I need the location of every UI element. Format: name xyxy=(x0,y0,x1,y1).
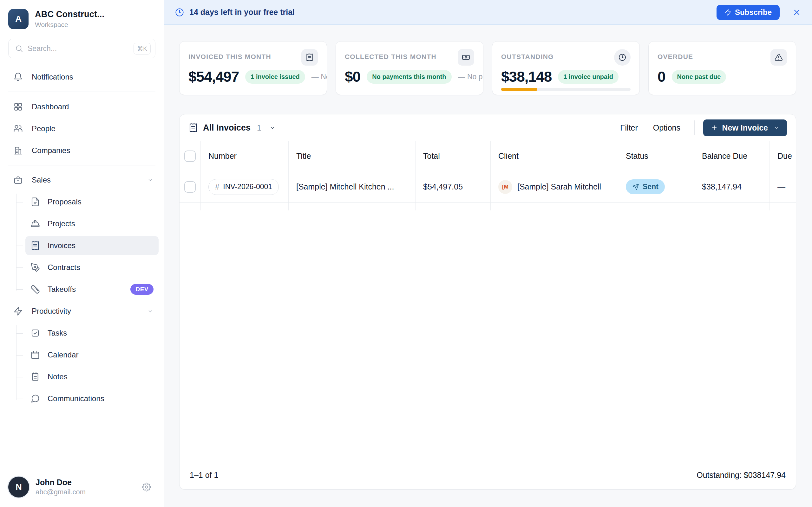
sales-subtree: Proposals Projects Invoices Contracts Ta… xyxy=(16,192,159,299)
pagination-range: 1–1 of 1 xyxy=(190,470,218,480)
sidebar-item-label: Calendar xyxy=(48,350,78,359)
people-icon xyxy=(13,124,23,133)
sidebar-item-projects[interactable]: Projects xyxy=(26,214,159,233)
sidebar-item-label: People xyxy=(32,124,55,133)
tasks-check-icon xyxy=(31,328,40,338)
stat-note: — No pri xyxy=(458,72,484,81)
sidebar-item-invoices[interactable]: Invoices xyxy=(26,236,159,255)
user-menu[interactable]: N John Doe abc@gmail.com xyxy=(0,469,164,507)
invoice-number: INV-2026-0001 xyxy=(223,182,272,191)
client-name: [Sample] Sarah Mitchell xyxy=(517,182,601,191)
filter-button[interactable]: Filter xyxy=(612,123,646,132)
main-area: 14 days left in your free trial Subscrib… xyxy=(164,0,812,507)
workspace-name: ABC Construct... xyxy=(35,9,104,19)
column-header-balance-due[interactable]: Balance Due xyxy=(694,141,770,171)
sidebar-item-label: Contracts xyxy=(48,263,80,272)
projects-hardhat-icon xyxy=(31,219,40,228)
chevron-down-icon xyxy=(773,124,780,131)
select-all-checkbox[interactable] xyxy=(184,151,196,162)
invoices-table-card: All Invoices 1 Filter Options New Invoic… xyxy=(179,114,796,490)
subscribe-button[interactable]: Subscribe xyxy=(716,5,780,20)
sidebar-divider xyxy=(8,92,155,92)
zap-icon xyxy=(724,9,731,16)
sidebar-item-notes[interactable]: Notes xyxy=(26,367,159,386)
view-selector[interactable]: All Invoices 1 xyxy=(189,123,276,133)
stat-card-collected: COLLECTED THIS MONTH $0 No payments this… xyxy=(336,41,484,95)
table-row[interactable]: # INV-2026-0001 [Sample] Mitchell Kitche… xyxy=(180,171,796,203)
sidebar-item-label: Takeoffs xyxy=(48,285,76,294)
column-header-title[interactable]: Title xyxy=(289,141,415,171)
close-icon[interactable] xyxy=(792,8,801,17)
toolbar-divider xyxy=(694,120,695,135)
sidebar-item-label: Invoices xyxy=(48,241,75,250)
sidebar-item-companies[interactable]: Companies xyxy=(5,141,159,160)
sidebar-item-label: Tasks xyxy=(48,329,67,337)
table-toolbar: All Invoices 1 Filter Options New Invoic… xyxy=(180,114,796,141)
status-badge: 1 invoice unpaid xyxy=(558,70,618,83)
sidebar-item-proposals[interactable]: Proposals xyxy=(26,192,159,211)
status-badge: None past due xyxy=(672,70,726,83)
table-header-row: Number Title Total Client Status Balance… xyxy=(180,141,796,171)
sidebar-item-people[interactable]: People xyxy=(5,119,159,138)
productivity-subtree: Tasks Calendar Notes Communications xyxy=(16,324,159,408)
sidebar-item-takeoffs[interactable]: Takeoffs DEV xyxy=(26,280,159,299)
sidebar-item-communications[interactable]: Communications xyxy=(26,389,159,408)
stat-label: OVERDUE xyxy=(658,53,693,60)
sidebar-item-productivity[interactable]: Productivity xyxy=(5,302,159,321)
invoices-receipt-icon xyxy=(31,241,40,250)
sidebar-item-contracts[interactable]: Contracts xyxy=(26,258,159,277)
stat-label: COLLECTED THIS MONTH xyxy=(345,53,437,60)
column-header-due[interactable]: Due xyxy=(770,141,796,171)
stat-label: INVOICED THIS MONTH xyxy=(189,53,271,60)
sidebar-divider xyxy=(8,165,155,166)
user-name: John Doe xyxy=(36,478,86,487)
stat-value: $0 xyxy=(345,68,360,85)
content: INVOICED THIS MONTH $54,497 1 invoice is… xyxy=(164,25,812,507)
contracts-pen-icon xyxy=(31,263,40,272)
invoice-number-pill[interactable]: # INV-2026-0001 xyxy=(208,179,279,195)
sidebar-item-calendar[interactable]: Calendar xyxy=(26,345,159,364)
column-header-status[interactable]: Status xyxy=(618,141,694,171)
stat-label: OUTSTANDING xyxy=(501,53,554,60)
gear-icon[interactable] xyxy=(142,483,151,492)
takeoffs-ruler-icon xyxy=(31,285,40,294)
sidebar-item-label: Companies xyxy=(32,146,70,155)
column-header-number[interactable]: Number xyxy=(201,141,289,171)
communications-chat-icon xyxy=(31,394,40,403)
invoice-title-cell: [Sample] Mitchell Kitchen ... xyxy=(289,171,415,203)
status-badge: No payments this month xyxy=(367,70,451,83)
sidebar-item-label: Dashboard xyxy=(32,102,69,111)
invoice-total-cell: $54,497.05 xyxy=(415,171,491,203)
productivity-zap-icon xyxy=(13,306,23,316)
new-invoice-button[interactable]: New Invoice xyxy=(703,119,787,136)
search-shortcut-badge: ⌘K xyxy=(134,43,151,55)
proposals-file-icon xyxy=(31,197,40,207)
user-email: abc@gmail.com xyxy=(36,488,86,496)
companies-building-icon xyxy=(13,146,23,155)
row-count: 1 xyxy=(257,123,261,132)
new-invoice-label: New Invoice xyxy=(722,123,768,132)
search-box[interactable]: ⌘K xyxy=(8,39,155,58)
workspace-switcher[interactable]: A ABC Construct... Workspace xyxy=(0,0,164,29)
column-header-total[interactable]: Total xyxy=(415,141,491,171)
sidebar-item-notifications[interactable]: Notifications xyxy=(5,67,159,87)
options-button[interactable]: Options xyxy=(646,123,688,132)
notes-icon xyxy=(31,372,40,382)
stat-card-overdue: OVERDUE 0 None past due xyxy=(648,41,796,95)
stat-value: $38,148 xyxy=(501,68,552,85)
column-header-client[interactable]: Client xyxy=(491,141,618,171)
search-input[interactable] xyxy=(28,44,129,53)
workspace-subtitle: Workspace xyxy=(35,21,104,29)
plus-icon xyxy=(711,124,718,131)
sidebar-item-tasks[interactable]: Tasks xyxy=(26,324,159,343)
row-checkbox[interactable] xyxy=(184,181,196,193)
status-badge-sent: Sent xyxy=(626,179,665,194)
dev-badge: DEV xyxy=(131,284,154,295)
outstanding-progress-bar xyxy=(501,88,630,91)
alert-triangle-icon xyxy=(770,49,787,66)
avatar: N xyxy=(8,476,29,498)
trial-banner-text: 14 days left in your free trial xyxy=(189,8,295,17)
sidebar-item-dashboard[interactable]: Dashboard xyxy=(5,97,159,116)
sidebar-item-sales[interactable]: Sales xyxy=(5,170,159,189)
sidebar-item-label: Notes xyxy=(48,372,67,381)
